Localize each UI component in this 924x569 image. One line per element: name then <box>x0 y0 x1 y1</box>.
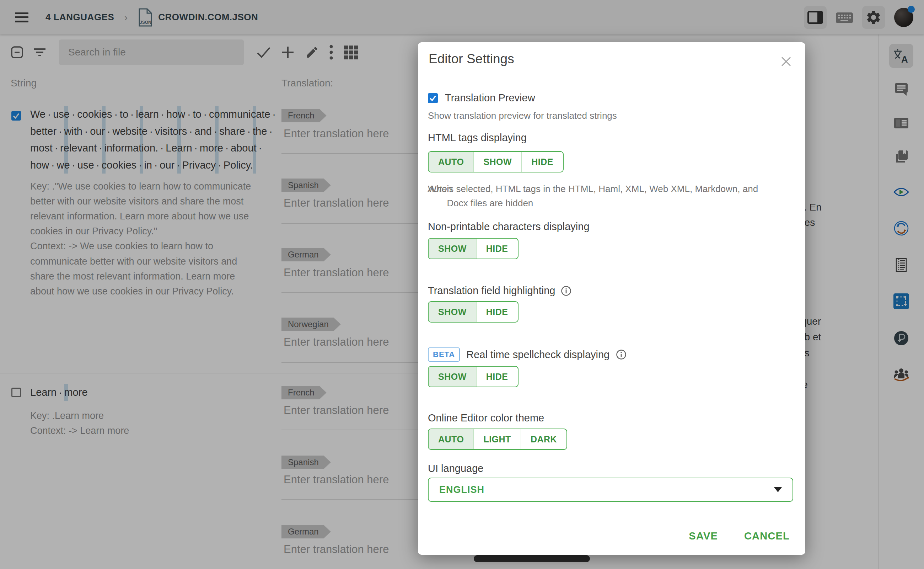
translation-preview-row: Translation Preview <box>428 92 535 104</box>
save-button[interactable]: SAVE <box>689 530 718 542</box>
segment-option[interactable]: HIDE <box>476 302 518 322</box>
modal-title: Editor Settings <box>429 52 514 67</box>
translation-preview-label[interactable]: Translation Preview <box>445 92 535 104</box>
segment-option[interactable]: AUTO <box>429 429 473 449</box>
crowdin-editor: 4 LANGUAGES › JSON CROWDIN.COM.JSON <box>0 0 924 569</box>
segment-option[interactable]: HIDE <box>521 152 563 172</box>
segment-option[interactable]: SHOW <box>473 152 521 172</box>
info-icon[interactable] <box>616 349 627 360</box>
modal-buttons: SAVE CANCEL <box>418 530 790 542</box>
segment-option[interactable]: LIGHT <box>473 429 520 449</box>
spellcheck-label: Real time spellcheck displaying <box>466 349 610 361</box>
html-tags-label: HTML tags displaying <box>428 132 526 144</box>
editor-settings-modal: Editor Settings Translation Preview Show… <box>418 42 805 555</box>
color-theme-segmented-control: AUTO LIGHT DARK <box>428 429 567 450</box>
ui-language-label: UI language <box>428 463 483 475</box>
non-printable-label: Non-printable characters displaying <box>428 221 590 233</box>
field-highlighting-label: Translation field highlighting <box>428 285 572 297</box>
chevron-down-icon <box>774 487 782 492</box>
spellcheck-segmented-control: SHOW HIDE <box>428 366 519 387</box>
spellcheck-label-row: BETA Real time spellcheck displaying <box>428 347 627 362</box>
ui-language-value: ENGLISH <box>439 484 484 495</box>
non-printable-segmented-control: SHOW HIDE <box>428 238 519 259</box>
close-icon[interactable] <box>780 55 792 68</box>
segment-option[interactable]: SHOW <box>429 239 476 259</box>
segment-option[interactable]: HIDE <box>476 367 518 386</box>
translation-preview-description: Show translation preview for translated … <box>428 108 617 123</box>
html-tags-segmented-control: AUTO SHOW HIDE <box>428 151 564 172</box>
segment-option[interactable]: HIDE <box>476 239 518 259</box>
cancel-button[interactable]: CANCEL <box>744 530 790 542</box>
field-highlighting-segmented-control: SHOW HIDE <box>428 301 519 323</box>
html-tags-description: When Auto is selected, HTML tags in the … <box>428 182 771 196</box>
translation-preview-checkbox[interactable] <box>428 93 438 103</box>
ui-language-select[interactable]: ENGLISH <box>428 478 793 502</box>
beta-badge: BETA <box>428 347 460 362</box>
info-icon[interactable] <box>561 286 572 296</box>
color-theme-label: Online Editor color theme <box>428 412 544 424</box>
segment-option[interactable]: SHOW <box>429 302 476 322</box>
segment-option[interactable]: SHOW <box>429 367 476 386</box>
segment-option[interactable]: DARK <box>520 429 566 449</box>
segment-option[interactable]: AUTO <box>429 152 473 172</box>
